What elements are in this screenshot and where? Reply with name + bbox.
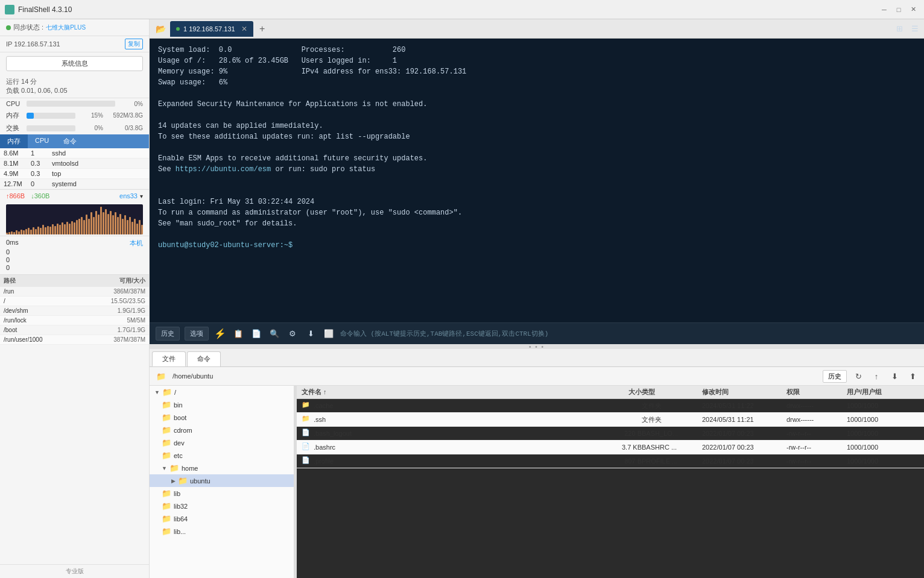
fm-refresh-icon[interactable]: ↻: [852, 369, 865, 383]
menu-icon[interactable]: ☰: [908, 22, 922, 36]
tab-bar: 📂 1 192.168.57.131 ✕ + ⊞ ☰: [150, 19, 924, 39]
tree-label-lib: lib: [174, 490, 180, 497]
options-button[interactable]: 选项: [185, 327, 209, 341]
file-type-bash-logout: BASH_LO...: [642, 430, 702, 437]
term-line-13: [158, 175, 916, 186]
swap-bar-container: [27, 125, 75, 131]
file-row-bashrc[interactable]: 📄 .bashrc 3.7 KB BASHRC ... 2022/01/07 0…: [297, 441, 924, 454]
term-line-17: See "man sudo_root" for details.: [158, 218, 916, 229]
fm-up-icon[interactable]: ↑: [870, 369, 883, 383]
file-row-cache[interactable]: 📁 .cache 文件夹 2024/05/31 11:22 drwx------…: [297, 399, 924, 413]
file-modified-bashrc: 2022/01/07 00:23: [702, 444, 786, 451]
fl-header-name[interactable]: 文件名 ↑: [302, 388, 593, 397]
lightning-icon[interactable]: ⚡: [214, 327, 227, 341]
disk-row-6: /run/user/1000 387M/387M: [0, 335, 149, 345]
command-input[interactable]: [340, 330, 918, 338]
tab-right-controls: ⊞ ☰: [893, 22, 922, 36]
splitter[interactable]: • • •: [150, 344, 924, 349]
tree-label-ubuntu: ubuntu: [190, 477, 210, 485]
fm-history-button[interactable]: 历史: [823, 370, 847, 383]
mem-label: 内存: [6, 111, 23, 120]
sysinfo-button[interactable]: 系统信息: [6, 56, 143, 71]
proc-row-2: 8.1M 0.3 vmtoolsd: [0, 159, 149, 169]
close-button[interactable]: ✕: [907, 4, 919, 16]
search-icon[interactable]: 🔍: [268, 327, 281, 341]
window-icon[interactable]: ⬜: [322, 327, 335, 341]
proc-name-4: systemd: [52, 180, 145, 187]
fm-download-icon[interactable]: ⬇: [888, 369, 901, 383]
term-line-11: Enable ESM Apps to receive additional fu…: [158, 153, 916, 164]
term-line-15: Last login: Fri May 31 03:22:44 2024: [158, 196, 916, 207]
latency-local: 本机: [130, 239, 143, 248]
tree-folder-icon-libn: 📁: [162, 527, 171, 536]
file-manager-tabs: 文件 命令: [150, 349, 924, 367]
net-dropdown-icon[interactable]: ▾: [140, 193, 143, 199]
fm-tab-file[interactable]: 文件: [152, 351, 186, 366]
cpu-stat-row: CPU 0%: [0, 98, 149, 109]
copy-ip-button[interactable]: 复制: [125, 39, 143, 49]
tree-item-lib32[interactable]: 📁 lib32: [150, 500, 294, 512]
fl-header-modified[interactable]: 修改时间: [702, 388, 786, 397]
tree-item-cdrom[interactable]: 📁 cdrom: [150, 424, 294, 436]
runtime-info: 运行 14 分 负载 0.01, 0.06, 0.05: [0, 75, 149, 98]
net-iface[interactable]: ens33: [119, 192, 138, 199]
file-size-profile: 807 B: [593, 457, 642, 465]
tree-item-bin[interactable]: 📁 bin: [150, 398, 294, 411]
file-perm-cache: drwx------: [786, 402, 847, 409]
tree-item-dev[interactable]: 📁 dev: [150, 436, 294, 449]
grid-icon[interactable]: ⊞: [893, 22, 906, 36]
tree-item-etc[interactable]: 📁 etc: [150, 449, 294, 462]
maximize-button[interactable]: □: [893, 4, 905, 16]
term-line-3: Memory usage: 9% IPv4 address for ens33:…: [158, 66, 916, 77]
fl-header-type[interactable]: 类型: [642, 388, 702, 397]
tab-close-button[interactable]: ✕: [241, 25, 247, 33]
tree-label-boot: boot: [174, 414, 186, 421]
tab-status-dot: [176, 27, 180, 31]
terminal[interactable]: System load: 0.0 Processes: 260 Usage of…: [150, 39, 924, 322]
settings-icon[interactable]: ⚙: [286, 327, 299, 341]
minimize-button[interactable]: ─: [878, 4, 890, 16]
file-user-ssh: 1000/1000: [847, 416, 919, 423]
file-modified-profile: 2022/01/07 00:23: [702, 457, 786, 465]
tree-folder-icon-bin: 📁: [162, 400, 171, 409]
paste-icon[interactable]: 📄: [250, 327, 263, 341]
tree-folder-icon-etc: 📁: [162, 451, 171, 460]
file-user-profile: 1000/1000: [847, 457, 919, 465]
fl-header-perm[interactable]: 权限: [786, 388, 847, 397]
tree-item-home[interactable]: ▼ 📁 home: [150, 462, 294, 474]
fl-header-size[interactable]: 大小: [593, 388, 642, 397]
tree-item-lib[interactable]: 📁 lib: [150, 487, 294, 500]
disk-row-2: / 15.5G/23.5G: [0, 297, 149, 306]
tree-item-root[interactable]: ▼ 📁 /: [150, 386, 294, 398]
proc-mem-4: 12.7M: [4, 180, 31, 187]
fm-tab-cmd[interactable]: 命令: [187, 351, 221, 366]
download-icon[interactable]: ⬇: [304, 327, 317, 341]
cpu-label: CPU: [6, 100, 23, 107]
file-modified-bash-logout: 2022/01/07 00:23: [702, 430, 786, 437]
file-row-bash-logout[interactable]: 📄 .bash_logout 220 B BASH_LO... 2022/01/…: [297, 427, 924, 441]
sync-value: 七维大脑PLUS: [46, 24, 86, 32]
proc-cpu-3: 0.3: [31, 170, 52, 177]
disk-header: 路径 可用/大小: [0, 275, 149, 287]
tree-item-lib64[interactable]: 📁 lib64: [150, 512, 294, 525]
folder-button[interactable]: 📂: [152, 21, 169, 37]
tree-item-boot[interactable]: 📁 boot: [150, 411, 294, 424]
tab-item-1[interactable]: 1 192.168.57.131 ✕: [170, 21, 253, 37]
file-row-profile[interactable]: 📄 .profile 807 B PROFILE ... 2022/01/07 …: [297, 454, 924, 468]
disk-row-4: /run/lock 5M/5M: [0, 316, 149, 325]
proc-tab-cmd[interactable]: 命令: [56, 134, 84, 148]
tree-item-libn[interactable]: 📁 lib...: [150, 525, 294, 538]
proc-tab-cpu[interactable]: CPU: [28, 134, 56, 148]
file-row-ssh[interactable]: 📁 .ssh 文件夹 2024/05/31 11:21 drwx------ 1…: [297, 413, 924, 427]
fl-header-user[interactable]: 用户/用户组: [847, 388, 919, 397]
copy-icon[interactable]: 📋: [232, 327, 245, 341]
proc-tab-mem[interactable]: 内存: [0, 134, 28, 148]
tree-item-ubuntu[interactable]: ▶ 📁 ubuntu: [150, 474, 294, 487]
tree-label-bin: bin: [174, 401, 183, 409]
tree-label-libn: lib...: [174, 528, 186, 535]
app-icon: [5, 5, 14, 14]
fm-upload-icon[interactable]: ⬆: [906, 369, 919, 383]
term-url: https://ubuntu.com/esm: [176, 165, 271, 174]
history-button[interactable]: 历史: [156, 327, 180, 341]
add-tab-button[interactable]: +: [255, 21, 270, 37]
